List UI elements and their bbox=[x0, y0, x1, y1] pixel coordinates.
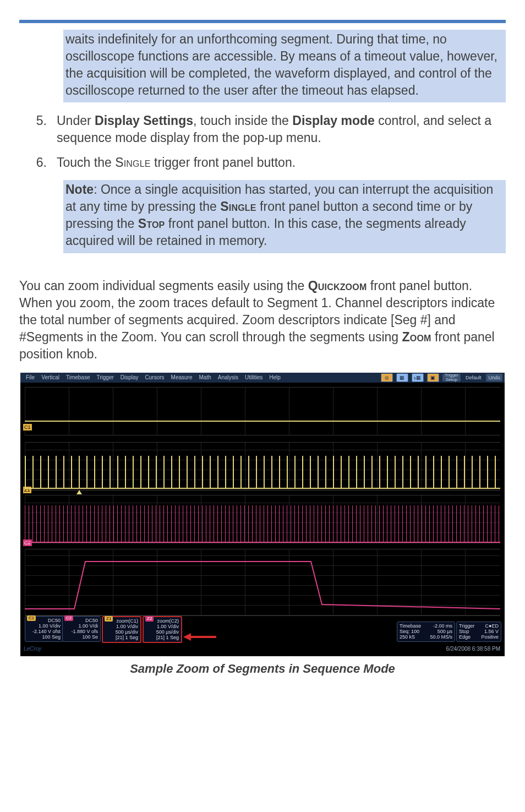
step-6: 6. Touch the Single trigger front panel … bbox=[19, 154, 506, 171]
menu-right-tools: ◎ ▦ ₁▦ ▣ Trigger Setup Default Undo bbox=[381, 373, 502, 383]
step-5-body: Under Display Settings, touch inside the… bbox=[57, 112, 506, 146]
trace-z2 bbox=[25, 549, 500, 616]
stop-ref: Stop bbox=[138, 216, 165, 231]
v: 1.00 V/di bbox=[65, 623, 98, 629]
t: Touch the bbox=[57, 155, 115, 170]
t: , touch inside the bbox=[193, 113, 292, 128]
display-settings-label: Display Settings bbox=[95, 113, 193, 128]
c2-waveform bbox=[25, 505, 500, 543]
hdr: C1 bbox=[27, 615, 36, 621]
v: 1.00 V/div bbox=[146, 624, 179, 629]
trigger-setup-button[interactable]: Trigger Setup bbox=[442, 374, 461, 382]
v: 50.0 MS/s bbox=[430, 634, 452, 640]
v: 1.00 V/div bbox=[105, 624, 138, 629]
callout-arrow-icon bbox=[183, 634, 216, 640]
note-box-2: Note: Once a single acquisition has star… bbox=[63, 180, 506, 253]
v: -1.880 V ofs bbox=[65, 629, 98, 634]
v: Positive bbox=[481, 634, 499, 640]
hdr: Timebase bbox=[400, 623, 421, 629]
menu-cursors[interactable]: Cursors bbox=[145, 374, 165, 382]
single-button-ref: Single bbox=[115, 155, 151, 170]
scope-menu-bar: File Vertical Timebase Trigger Display C… bbox=[20, 373, 505, 383]
default-button[interactable]: Default bbox=[464, 374, 483, 381]
menu-display[interactable]: Display bbox=[121, 374, 139, 382]
tool-icon[interactable]: ▣ bbox=[427, 373, 439, 382]
z2-waveform bbox=[25, 549, 500, 615]
trace-z1: Z1 bbox=[25, 442, 500, 491]
scope-footer: C1 DC50 1.00 V/div -2.140 V ofst 100 Seg… bbox=[20, 624, 505, 656]
v: 1.00 V/div bbox=[28, 623, 61, 629]
menu-utilities[interactable]: Utilities bbox=[245, 374, 262, 382]
v: Edge bbox=[459, 634, 471, 640]
oscilloscope-screenshot: File Vertical Timebase Trigger Display C… bbox=[20, 373, 505, 656]
menu-analysis[interactable]: Analysis bbox=[218, 374, 238, 382]
v: Stop bbox=[459, 629, 469, 634]
v: 500 µs bbox=[438, 629, 452, 634]
t: You can zoom individual segments easily … bbox=[19, 279, 308, 293]
step-5: 5. Under Display Settings, touch inside … bbox=[19, 112, 506, 146]
brand-label: LeCroy bbox=[24, 645, 41, 653]
display-mode-label: Display mode bbox=[292, 113, 375, 128]
zoom-ref: Zoom bbox=[402, 330, 431, 344]
quickzoom-ref: Quickzoom bbox=[308, 279, 367, 293]
descriptor-trigger[interactable]: TriggerC●ED Stop1.56 V EdgePositive bbox=[456, 622, 501, 642]
note-lead: Note bbox=[65, 182, 94, 197]
t: trigger front panel button. bbox=[151, 155, 296, 170]
z1-marker-icon bbox=[76, 490, 82, 494]
v: -2.140 V ofst bbox=[28, 629, 61, 634]
note-box-continuation: waits indefinitely for an unforthcoming … bbox=[63, 30, 506, 102]
note1-text: waits indefinitely for an unforthcoming … bbox=[65, 32, 497, 97]
v: [21] 1 Seg bbox=[146, 635, 179, 640]
v: [21] 1 Seg bbox=[105, 635, 138, 640]
hdr: C2 bbox=[64, 615, 73, 621]
menu-measure[interactable]: Measure bbox=[171, 374, 193, 382]
v: Seq: 100 bbox=[400, 629, 419, 634]
v: 100 Se bbox=[65, 634, 98, 640]
v: 500 µs/div bbox=[146, 629, 179, 635]
t: Under bbox=[57, 113, 95, 128]
figure-sequence-zoom: File Vertical Timebase Trigger Display C… bbox=[19, 373, 506, 677]
trace-c2: C2 bbox=[25, 495, 500, 543]
menu-vertical[interactable]: Vertical bbox=[41, 374, 59, 382]
undo-button[interactable]: Undo bbox=[486, 374, 502, 382]
v: -2.00 ms bbox=[433, 623, 452, 629]
descriptor-z1[interactable]: Z1 zoom(C1) 1.00 V/div 500 µs/div [21] 1… bbox=[102, 616, 141, 643]
v: 250 kS bbox=[400, 634, 415, 640]
document-page: waits indefinitely for an unforthcoming … bbox=[0, 0, 525, 702]
step-5-number: 5. bbox=[19, 112, 57, 146]
descriptor-z2[interactable]: Z2 zoom(C2) 1.00 V/div 500 µs/div [21] 1… bbox=[143, 616, 182, 643]
hdr: Trigger bbox=[459, 623, 474, 629]
trace-c1: C1 bbox=[25, 387, 500, 435]
descriptor-c2[interactable]: C2 DC50 1.00 V/di -1.880 V ofs 100 Se bbox=[62, 616, 101, 642]
menu-help[interactable]: Help bbox=[269, 374, 281, 382]
step-list: 5. Under Display Settings, touch inside … bbox=[19, 112, 506, 171]
v: 1.56 V bbox=[484, 629, 499, 634]
c1-label: C1 bbox=[23, 424, 32, 430]
menu-trigger[interactable]: Trigger bbox=[96, 374, 113, 382]
z1-waveform bbox=[25, 456, 500, 489]
top-rule bbox=[19, 20, 506, 23]
menu-math[interactable]: Math bbox=[199, 374, 211, 382]
tool-icon[interactable]: ▦ bbox=[396, 373, 408, 382]
hdr: Z2 bbox=[145, 616, 154, 622]
menu-timebase[interactable]: Timebase bbox=[66, 374, 90, 382]
v: 100 Seg bbox=[28, 634, 61, 640]
figure-caption: Sample Zoom of Segments in Sequence Mode bbox=[19, 661, 506, 677]
v: 500 µs/div bbox=[105, 629, 138, 635]
c1-waveform bbox=[25, 421, 500, 422]
tool-icon[interactable]: ₁▦ bbox=[412, 373, 424, 382]
grid bbox=[25, 388, 500, 435]
timestamp-label: 6/24/2008 6:38:58 PM bbox=[446, 645, 500, 653]
descriptor-timebase[interactable]: Timebase-2.00 ms Seq: 100500 µs 250 kS50… bbox=[397, 622, 455, 642]
v: C●ED bbox=[485, 623, 499, 629]
t: Setup bbox=[446, 378, 457, 382]
zoom-paragraph: You can zoom individual segments easily … bbox=[19, 277, 506, 363]
hdr: Z1 bbox=[105, 616, 113, 622]
step-6-body: Touch the Single trigger front panel but… bbox=[57, 154, 506, 171]
descriptor-c1[interactable]: C1 DC50 1.00 V/div -2.140 V ofst 100 Seg bbox=[25, 616, 63, 642]
single-ref: Single bbox=[220, 199, 256, 214]
menu-file[interactable]: File bbox=[26, 374, 35, 382]
step-6-number: 6. bbox=[19, 154, 57, 171]
tool-icon[interactable]: ◎ bbox=[381, 373, 393, 382]
